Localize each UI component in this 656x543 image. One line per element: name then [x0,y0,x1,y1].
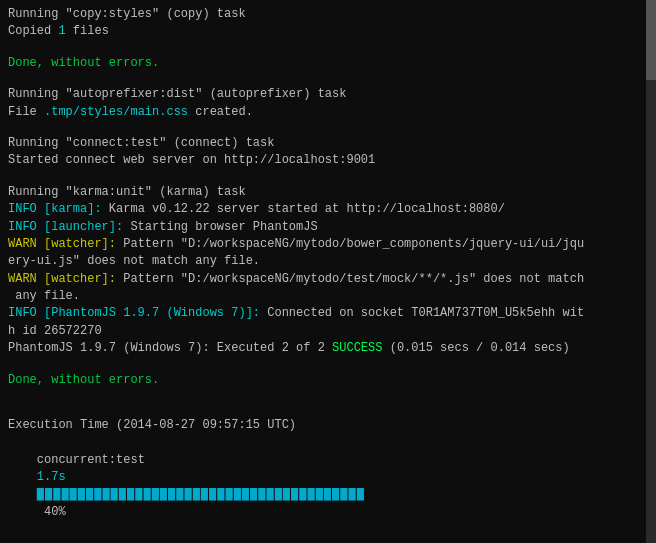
spacer-4 [8,170,648,184]
line-info-karma: INFO [karma]: Karma v0.12.22 server star… [8,201,648,218]
scrollbar-thumb[interactable] [646,0,656,80]
line-connect-task: Running "connect:test" (connect) task [8,135,648,152]
line-warn-1-cont: ery-ui.js" does not match any file. [8,253,648,270]
line-copy-styles-task: Running "copy:styles" (copy) task [8,6,648,23]
line-info-launcher: INFO [launcher]: Starting browser Phanto… [8,219,648,236]
line-karma-task: Running "karma:unit" (karma) task [8,184,648,201]
spacer-7 [8,403,648,417]
spacer-2 [8,72,648,86]
line-warn-1: WARN [watcher]: Pattern "D:/workspaceNG/… [8,236,648,253]
scrollbar[interactable] [646,0,656,543]
line-warn-2-cont: any file. [8,288,648,305]
line-executed: PhantomJS 1.9.7 (Windows 7): Executed 2 … [8,340,648,357]
line-socket-id: h id 26572270 [8,323,648,340]
line-warn-2: WARN [watcher]: Pattern "D:/workspaceNG/… [8,271,648,288]
line-connect-test: connect:test 442ms ████████ 7% [8,539,648,543]
spacer-6 [8,389,648,403]
spacer-5 [8,358,648,372]
line-info-phantomjs: INFO [PhantomJS 1.9.7 (Windows 7)]: Conn… [8,305,648,322]
line-done-2: Done, without errors. [8,372,648,389]
spacer-3 [8,121,648,135]
line-copied-files: Copied 1 files [8,23,648,40]
line-connect-server: Started connect web server on http://loc… [8,152,648,169]
line-done-1: Done, without errors. [8,55,648,72]
spacer-1 [8,41,648,55]
terminal-window[interactable]: Running "copy:styles" (copy) task Copied… [0,0,656,543]
line-file-created: File .tmp/styles/main.css created. [8,104,648,121]
line-autoprefixer-task: Running "autoprefixer:dist" (autoprefixe… [8,86,648,103]
line-execution-time: Execution Time (2014-08-27 09:57:15 UTC) [8,417,648,434]
line-concurrent-test: concurrent:test 1.7s ███████████████████… [8,434,648,538]
